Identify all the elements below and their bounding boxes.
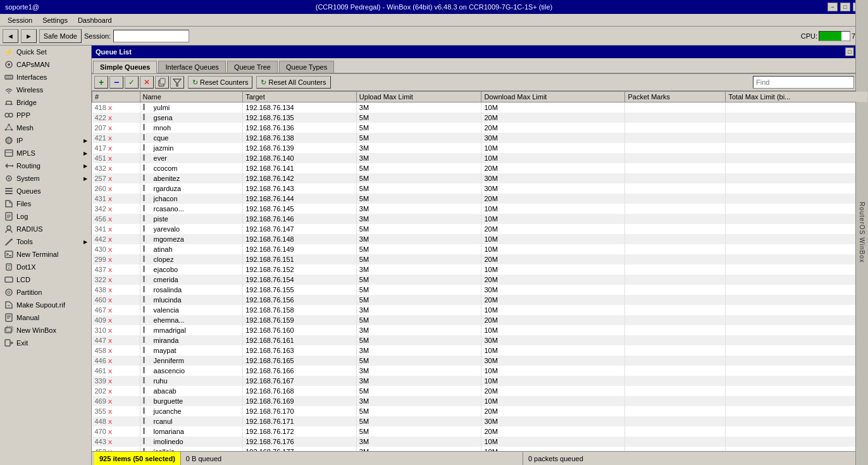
table-row[interactable]: 431 X jchacon 192.168.76.144 5M 20M: [92, 194, 868, 204]
table-row[interactable]: 322 X cmerida 192.168.76.154 5M 20M: [92, 275, 868, 285]
table-row[interactable]: 469 X burguette 192.168.76.169 3M 10M: [92, 396, 868, 406]
tab-queue-types[interactable]: Queue Types: [279, 61, 334, 73]
sidebar-item-ppp[interactable]: PPP: [0, 109, 91, 121]
tab-interface-queues[interactable]: Interface Queues: [158, 61, 225, 73]
table-row[interactable]: 207 X mnoh 192.168.76.136 5M 20M: [92, 123, 868, 133]
copy-button[interactable]: [155, 76, 169, 89]
table-row[interactable]: 461 X aascencio 192.168.76.166 3M 10M: [92, 366, 868, 376]
table-row[interactable]: 257 X abenitez 192.168.76.142 5M 30M: [92, 173, 868, 183]
reset-all-counters-button[interactable]: ↻ Reset All Counters: [256, 76, 330, 89]
cell-upload: 3M: [356, 396, 481, 406]
session-input[interactable]: [113, 30, 189, 42]
sidebar-item-quick-set[interactable]: ⚡ Quick Set: [0, 46, 91, 58]
table-row[interactable]: 202 X abacab 192.168.76.168 5M 20M: [92, 386, 868, 396]
tab-simple-queues[interactable]: Simple Queues: [93, 61, 157, 73]
sidebar-item-routing[interactable]: Routing ▶: [0, 159, 91, 172]
table-row[interactable]: 446 X Jenniferm 192.168.76.165 5M 30M: [92, 356, 868, 366]
table-row[interactable]: 470 X lomariana 192.168.76.172 5M 20M: [92, 426, 868, 437]
sidebar-item-interfaces[interactable]: Interfaces: [0, 71, 91, 84]
cell-name: mlucinda: [140, 295, 243, 305]
table-row[interactable]: 421 X cque 192.168.76.138 5M 30M: [92, 133, 868, 143]
find-input[interactable]: [753, 76, 854, 89]
sidebar-item-partition[interactable]: Partition: [0, 286, 91, 299]
table-row[interactable]: 342 X rcasano... 192.168.76.145 3M 10M: [92, 204, 868, 214]
sidebar-item-mesh[interactable]: Mesh: [0, 121, 91, 134]
table-row[interactable]: 310 X mmadrigal 192.168.76.160 3M 10M: [92, 325, 868, 335]
sidebar-item-radius[interactable]: RADIUS: [0, 223, 91, 235]
sidebar-item-log[interactable]: Log: [0, 210, 91, 223]
col-marks[interactable]: Packet Marks: [625, 92, 726, 102]
sidebar-item-queues[interactable]: Queues: [0, 185, 91, 197]
menu-session[interactable]: Session: [3, 15, 37, 25]
table-row[interactable]: 458 X maypat 192.168.76.163 3M 10M: [92, 345, 868, 356]
col-total[interactable]: Total Max Limit (bi...: [726, 92, 868, 102]
sidebar-item-dot1x[interactable]: Dot1X: [0, 261, 91, 273]
sidebar-item-exit[interactable]: Exit: [0, 337, 91, 349]
cell-total: [726, 315, 868, 325]
minimize-button[interactable]: −: [828, 3, 838, 11]
col-target[interactable]: Target: [243, 92, 357, 102]
sidebar-label-capsman: CAPsMAN: [16, 61, 87, 68]
menu-dashboard[interactable]: Dashboard: [73, 15, 117, 25]
sidebar-item-wireless[interactable]: Wireless: [0, 84, 91, 96]
table-row[interactable]: 437 X ejacobo 192.168.76.152 3M 10M: [92, 264, 868, 275]
sidebar-item-new-terminal[interactable]: New Terminal: [0, 248, 91, 261]
reset-counters-button[interactable]: ↻ Reset Counters: [188, 76, 252, 89]
sidebar-item-files[interactable]: Files: [0, 197, 91, 210]
safemode-button[interactable]: Safe Mode: [39, 29, 82, 43]
table-row[interactable]: 422 X gsena 192.168.76.135 5M 20M: [92, 113, 868, 123]
menu-settings[interactable]: Settings: [37, 15, 73, 25]
sidebar-item-make-supout[interactable]: Make Supout.rif: [0, 299, 91, 311]
sidebar: ⚡ Quick Set CAPsMAN Interfaces Wireless: [0, 46, 92, 465]
table-row[interactable]: 451 X ever 192.168.76.140 3M 10M: [92, 153, 868, 163]
sidebar-item-new-winbox[interactable]: New WinBox: [0, 324, 91, 337]
table-row[interactable]: 339 X ruhu 192.168.76.167 3M 10M: [92, 376, 868, 386]
sidebar-item-mpls[interactable]: MPLS ▶: [0, 147, 91, 159]
sidebar-item-ip[interactable]: IP ▶: [0, 134, 91, 147]
sidebar-item-lcd[interactable]: LCD: [0, 273, 91, 286]
table-row[interactable]: 417 X jazmin 192.168.76.139 3M 10M: [92, 143, 868, 153]
disable-button[interactable]: ✕: [140, 76, 154, 89]
sidebar-item-manual[interactable]: Manual: [0, 311, 91, 324]
table-row[interactable]: 456 X piste 192.168.76.146 3M 10M: [92, 214, 868, 224]
cell-target: 192.168.76.154: [243, 275, 357, 285]
sidebar-item-bridge[interactable]: Bridge: [0, 96, 91, 109]
table-row[interactable]: 447 X miranda 192.168.76.161 5M 30M: [92, 335, 868, 345]
col-upload[interactable]: Upload Max Limit: [356, 92, 481, 102]
table-row[interactable]: 452 X jcalleja 192.168.76.177 3M 10M: [92, 447, 868, 452]
col-name[interactable]: Name: [140, 92, 243, 102]
cell-num: 443 X: [92, 437, 140, 447]
table-row[interactable]: 438 X rosalinda 192.168.76.155 5M 30M: [92, 285, 868, 295]
add-button[interactable]: +: [94, 76, 108, 89]
table-row[interactable]: 460 X mlucinda 192.168.76.156 5M 20M: [92, 295, 868, 305]
back-button[interactable]: ◄: [3, 29, 18, 43]
enable-button[interactable]: ✓: [125, 76, 139, 89]
table-row[interactable]: 430 X atinah 192.168.76.149 5M 10M: [92, 244, 868, 254]
cell-marks: [625, 376, 726, 386]
maximize-button[interactable]: □: [840, 3, 850, 11]
table-row[interactable]: 448 X rcanul 192.168.76.171 5M 30M: [92, 416, 868, 426]
table-row[interactable]: 467 X valencia 192.168.76.158 3M 10M: [92, 305, 868, 315]
remove-button[interactable]: −: [109, 76, 123, 89]
forward-button[interactable]: ►: [21, 29, 37, 43]
table-row[interactable]: 299 X clopez 192.168.76.151 5M 20M: [92, 254, 868, 264]
cell-download: 20M: [481, 406, 625, 416]
table-row[interactable]: 418 X yulmi 192.168.76.134 3M 10M: [92, 102, 868, 113]
cell-upload: 3M: [356, 214, 481, 224]
filter-button[interactable]: [170, 76, 184, 89]
sidebar-item-tools[interactable]: Tools ▶: [0, 235, 91, 248]
table-row[interactable]: 443 X imolinedo 192.168.76.176 3M 10M: [92, 437, 868, 447]
col-download[interactable]: Download Max Limit: [481, 92, 625, 102]
table-row[interactable]: 432 X ccocom 192.168.76.141 5M 20M: [92, 163, 868, 173]
queue-table: # Name Target Upload Max Limit Download …: [92, 91, 868, 451]
tab-queue-tree[interactable]: Queue Tree: [227, 61, 278, 73]
table-row[interactable]: 260 X rgarduza 192.168.76.143 5M 30M: [92, 183, 868, 194]
table-row[interactable]: 341 X yarevalo 192.168.76.147 5M 20M: [92, 224, 868, 234]
table-row[interactable]: 442 X mgomeza 192.168.76.148 3M 10M: [92, 234, 868, 244]
sidebar-item-capsman[interactable]: CAPsMAN: [0, 58, 91, 71]
sidebar-item-system[interactable]: System ▶: [0, 172, 91, 185]
table-row[interactable]: 409 X ehemna... 192.168.76.159 5M 20M: [92, 315, 868, 325]
restore-button[interactable]: □: [845, 47, 854, 56]
table-row[interactable]: 355 X jucanche 192.168.76.170 5M 20M: [92, 406, 868, 416]
col-num[interactable]: #: [92, 92, 140, 102]
